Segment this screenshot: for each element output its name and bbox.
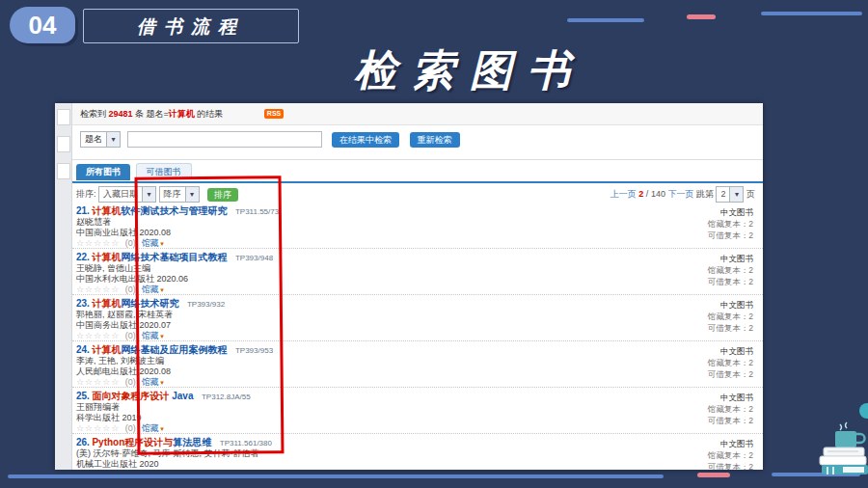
holdings-summary: 中文图书 馆藏复本：2 可借复本：2 xyxy=(708,253,753,287)
holdings-summary: 中文图书 馆藏复本：2 可借复本：2 xyxy=(708,438,753,470)
holdings-summary: 中文图书 馆藏复本：2 可借复本：2 xyxy=(708,345,753,380)
browser-gutter xyxy=(55,103,72,470)
book-type: 中文图书 xyxy=(708,299,753,311)
sort-field-value: 入藏日期 xyxy=(103,189,138,199)
field-select-value: 题名 xyxy=(85,134,102,144)
copies-total: 馆藏复本：2 xyxy=(708,311,753,322)
chevron-down-icon: ▾ xyxy=(729,187,743,202)
jump-label: 跳第 xyxy=(696,189,714,199)
book-type: 中文图书 xyxy=(708,438,753,449)
summary-suffix: 的结果 xyxy=(195,109,224,119)
chevron-down-icon: ▾ xyxy=(106,132,120,147)
rss-icon[interactable]: RSS xyxy=(264,109,284,119)
search-keyword: 计算机 xyxy=(169,109,195,119)
section-number-badge: 04 xyxy=(10,7,75,43)
result-number: 24. xyxy=(76,344,90,355)
rating-stars[interactable]: ☆☆☆☆☆ xyxy=(76,285,120,294)
prev-page-link[interactable]: 上一页 xyxy=(610,189,637,199)
result-number: 22. xyxy=(76,252,90,262)
rating-stars[interactable]: ☆☆☆☆☆ xyxy=(76,238,120,248)
search-result-summary: 检索到 29481 条 题名=计算机 的结果 RSS xyxy=(72,103,763,125)
total-pages: 140 xyxy=(651,189,665,199)
slide: 04 借书流程 检索图书 检索到 29481 条 题名=计算机 的结果 RSS … xyxy=(0,0,868,488)
holdings-summary: 中文图书 馆藏复本：2 可借复本：2 xyxy=(708,206,753,241)
decor-line xyxy=(567,18,644,22)
result-number: 26. xyxy=(76,437,90,447)
copies-available: 可借复本：2 xyxy=(708,368,753,380)
copies-available: 可借复本：2 xyxy=(708,322,753,334)
title-keyword: 计算机 xyxy=(92,344,121,355)
copies-available: 可借复本：2 xyxy=(708,276,753,287)
books-and-mug-icon xyxy=(810,420,868,476)
copies-available: 可借复本：2 xyxy=(708,230,753,241)
result-number: 25. xyxy=(76,391,90,401)
decor-line xyxy=(697,473,730,477)
rating-count: (0) xyxy=(125,377,136,387)
page-title: 检索图书 xyxy=(36,42,868,99)
new-search-button[interactable]: 重新检索 xyxy=(410,132,460,148)
title-keyword: 计算机 xyxy=(92,252,121,262)
holdings-summary: 中文图书 馆藏复本：2 可借复本：2 xyxy=(708,299,753,334)
decor-line xyxy=(8,474,664,478)
book-type: 中文图书 xyxy=(708,206,753,218)
copies-total: 馆藏复本：2 xyxy=(708,449,753,461)
summary-prefix: 检索到 xyxy=(80,109,109,119)
copies-available: 可借复本：2 xyxy=(708,415,753,426)
copies-total: 馆藏复本：2 xyxy=(708,403,753,415)
title-keyword: 计算机 xyxy=(92,298,121,309)
annotation-rectangle xyxy=(134,176,284,455)
copies-available: 可借复本：2 xyxy=(708,461,753,470)
section-title: 借书流程 xyxy=(83,9,299,43)
copies-total: 馆藏复本：2 xyxy=(708,218,753,230)
search-within-button[interactable]: 在结果中检索 xyxy=(332,132,399,148)
decor-line xyxy=(761,12,862,15)
search-input[interactable] xyxy=(127,131,322,148)
tab-all-books[interactable]: 所有图书 xyxy=(76,164,130,180)
jump-page-value: 2 xyxy=(720,189,725,199)
book-type: 中文图书 xyxy=(708,345,753,357)
summary-middle: 条 题名= xyxy=(133,109,169,119)
book-type: 中文图书 xyxy=(708,392,753,403)
pagination: 上一页 2 / 140 下一页 跳第 2▾ 页 xyxy=(610,186,755,203)
field-select[interactable]: 题名▾ xyxy=(80,131,121,148)
sort-label: 排序: xyxy=(76,189,96,199)
page-separator: / xyxy=(646,189,649,199)
rating-count: (0) xyxy=(125,331,136,340)
decor-line xyxy=(687,14,716,19)
result-number: 23. xyxy=(76,298,90,309)
search-bar: 题名▾ 在结果中检索 重新检索 xyxy=(72,125,763,160)
title-keyword: 计算机 xyxy=(92,205,121,216)
rating-stars[interactable]: ☆☆☆☆☆ xyxy=(76,423,120,433)
result-count: 29481 xyxy=(109,109,133,119)
book-publisher: 机械工业出版社 2020 xyxy=(76,459,763,470)
holdings-summary: 中文图书 馆藏复本：2 可借复本：2 xyxy=(708,392,753,426)
jump-page-select[interactable]: 2▾ xyxy=(716,186,744,203)
rating-count: (0) xyxy=(125,423,136,433)
decor-dot xyxy=(859,403,868,419)
book-type: 中文图书 xyxy=(708,253,753,264)
current-page: 2 xyxy=(638,189,643,199)
rating-stars[interactable]: ☆☆☆☆☆ xyxy=(76,331,120,340)
rating-count: (0) xyxy=(125,285,136,294)
copies-total: 馆藏复本：2 xyxy=(708,264,753,276)
rating-stars[interactable]: ☆☆☆☆☆ xyxy=(76,377,120,387)
next-page-link[interactable]: 下一页 xyxy=(667,189,693,199)
page-suffix: 页 xyxy=(746,189,755,199)
copies-total: 馆藏复本：2 xyxy=(708,357,753,368)
result-number: 21. xyxy=(76,205,90,216)
